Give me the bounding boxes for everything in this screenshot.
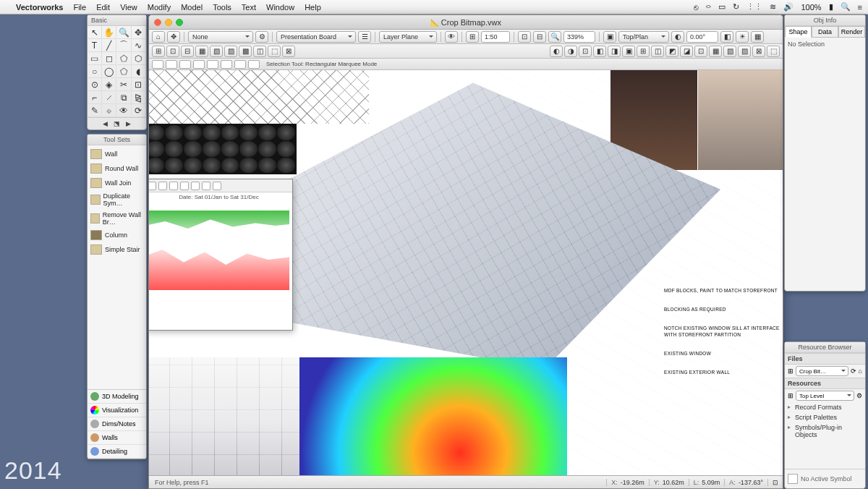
toolset-wall-join[interactable]: Wall Join [88,176,146,190]
render-settings-icon[interactable]: ◧ [720,31,733,43]
resource-nav-icon[interactable]: ⊞ [788,392,793,399]
qp-circle-icon[interactable]: ◑ [564,46,577,57]
layer-dropdown[interactable]: Presentation Board [276,31,356,43]
toolset-round-wall[interactable]: Round Wall [88,161,146,176]
qp-icon[interactable]: ◧ [593,46,606,57]
polygon-tool-icon[interactable]: ⬠ [117,52,132,65]
fillet-tool-icon[interactable]: ⌐ [88,91,102,104]
rect-tool-icon[interactable]: ▭ [88,52,102,65]
toolset-tab-dims-notes[interactable]: Dims/Notes [88,417,146,431]
reshape-tool-icon[interactable]: ◈ [102,78,116,91]
eyedropper-tool-icon[interactable]: ✎ [88,104,102,117]
arc-tool-icon[interactable]: ⌒ [117,39,132,52]
view-dropdown[interactable]: Top/Plan [618,31,669,43]
visibility-tool-icon[interactable]: 👁 [117,104,132,117]
toolset-duplicate-sym[interactable]: Duplicate Sym… [88,190,146,209]
zoom-in-icon[interactable]: 🔍 [548,31,561,43]
file-nav-icon[interactable]: ⊞ [788,367,793,375]
view-right-icon[interactable]: ▶ [124,119,133,128]
resource-level-dropdown[interactable]: Top Level [796,391,854,401]
freehand-tool-icon[interactable]: ∿ [132,39,146,52]
qp-icon[interactable]: ◫ [651,46,664,57]
spotlight-icon[interactable]: 🔍 [841,2,851,12]
polyline-tool-icon[interactable]: ⬡ [132,52,146,65]
qp-icon[interactable]: ⬚ [767,46,780,57]
camera-icon[interactable]: ▦ [751,31,764,43]
qp-icon[interactable]: ◫ [253,46,266,57]
toolset-tab-detailing[interactable]: Detailing [88,445,146,459]
qp-icon[interactable]: ⊠ [752,46,765,57]
toolbar-home-icon[interactable]: ⌂ [152,31,165,43]
mode-btn[interactable] [221,60,232,69]
app-menu[interactable]: Vectorworks [16,3,63,12]
toolset-wall[interactable]: Wall [88,147,146,161]
line-tool-icon[interactable]: ╱ [102,39,116,52]
file-refresh-icon[interactable]: ⟳ [851,367,856,375]
zoom-tool-icon[interactable]: 🔍 [117,26,132,39]
clip-tool-icon[interactable]: ⊡ [132,78,146,91]
toolset-tab-visualization[interactable]: Visualization [88,404,146,417]
qp-icon[interactable]: ▧ [210,46,223,57]
view-cube-icon[interactable]: ▣ [603,31,616,43]
attribute-tool-icon[interactable]: ⟐ [102,104,116,117]
menu-model[interactable]: Model [181,3,203,12]
qp-icon[interactable]: ▩ [239,46,252,57]
toolset-tab-3d-modeling[interactable]: 3D Modeling [88,390,146,404]
layer-options-icon[interactable]: ☰ [358,31,371,43]
locus-tool-icon[interactable]: ⊙ [88,78,102,91]
obj-info-tab-render[interactable]: Render [838,26,865,38]
obj-info-tab-shape[interactable]: Shape [785,26,812,38]
pan-tool-icon[interactable]: ✋ [102,26,116,39]
qp-icon[interactable]: ◩ [665,46,678,57]
mode-btn[interactable] [248,60,260,69]
spiral-tool-icon[interactable]: ◖ [132,65,146,78]
plane-dropdown[interactable]: Layer Plane [379,31,437,43]
menu-file[interactable]: File [73,3,86,12]
resource-script-palettes[interactable]: Script Palettes [785,412,865,422]
menu-edit[interactable]: Edit [96,3,110,12]
render-mode-icon[interactable]: ◐ [671,31,684,43]
toolset-simple-stair[interactable]: Simple Stair [88,242,146,257]
fit-objects-icon[interactable]: ⊟ [533,31,546,43]
qp-icon[interactable]: ⊡ [694,46,707,57]
resource-symbols[interactable]: Symbols/Plug-in Objects [785,422,865,440]
chamfer-tool-icon[interactable]: ⟋ [102,91,116,104]
fit-page-icon[interactable]: ⊡ [518,31,531,43]
scale-icon[interactable]: ⊞ [466,31,479,43]
toolset-tab-walls[interactable]: Walls [88,431,146,445]
oval-tool-icon[interactable]: ◯ [102,65,116,78]
saved-views-icon[interactable]: 👁 [445,31,458,43]
qp-icon[interactable]: ▦ [195,46,208,57]
resource-record-formats[interactable]: Record Formats [785,402,865,412]
mode-btn[interactable] [179,60,191,69]
circle-tool-icon[interactable]: ○ [88,65,102,78]
qp-icon[interactable]: ▧ [723,46,736,57]
menu-window[interactable]: Window [266,3,294,12]
qp-icon[interactable]: ⊡ [579,46,592,57]
mode-btn[interactable] [166,60,177,69]
menu-text[interactable]: Text [242,3,256,12]
regular-poly-tool-icon[interactable]: ⬠ [117,65,132,78]
qp-circle-icon[interactable]: ◐ [550,46,563,57]
selection-tool-icon[interactable]: ↖ [88,26,102,39]
document-titlebar[interactable]: Crop Bitmap.vwx [149,15,783,30]
qp-icon[interactable]: ◪ [680,46,693,57]
rounded-rect-tool-icon[interactable]: ◻ [102,52,116,65]
qp-icon[interactable]: ▨ [224,46,237,57]
file-dropdown[interactable]: Crop Bit… [796,366,848,376]
resource-options-icon[interactable]: ⚙ [856,392,862,399]
toolset-column[interactable]: Column [88,228,146,242]
class-options-icon[interactable]: ⚙ [255,31,268,43]
qp-icon[interactable]: ⊞ [152,46,165,57]
scale-input[interactable]: 1:50 [481,31,510,43]
qp-icon[interactable]: ⊟ [181,46,194,57]
rotate-tool-icon[interactable]: ⟳ [132,104,146,117]
menu-modify[interactable]: Modify [148,3,171,12]
drawing-canvas[interactable]: Date: Sat 01/Jan to Sat 31/Dec Cooling M… [149,70,783,475]
class-dropdown[interactable]: None [188,31,253,43]
mode-btn[interactable] [193,60,205,69]
text-tool-icon[interactable]: T [88,39,102,52]
menu-help[interactable]: Help [305,3,321,12]
view-oblique-icon[interactable]: ⬔ [111,119,122,128]
offset-tool-icon[interactable]: ⧉ [117,91,132,104]
